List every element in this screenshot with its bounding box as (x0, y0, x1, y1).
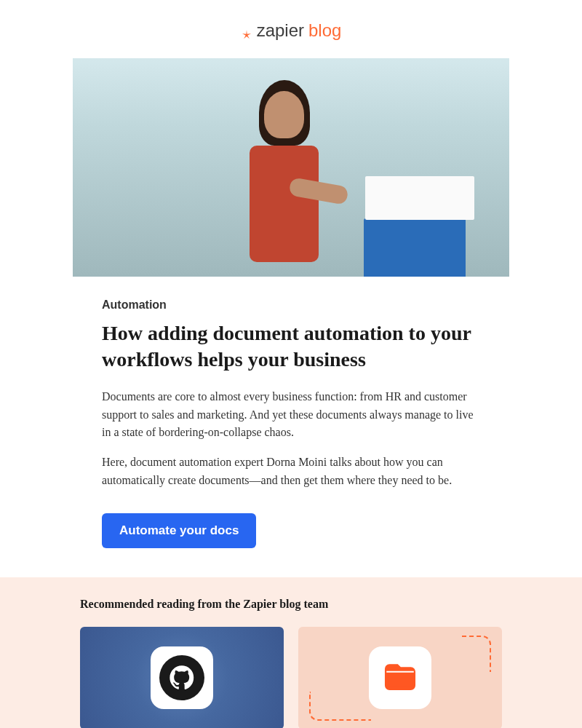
article-content: Automation How adding document automatio… (102, 277, 480, 577)
article-paragraph: Documents are core to almost every busin… (102, 388, 480, 442)
cta-button[interactable]: Automate your docs (102, 513, 256, 548)
article-paragraph: Here, document automation expert Dorna M… (102, 454, 480, 490)
folder-icon (382, 658, 418, 697)
app-badge (151, 646, 213, 709)
recommended-cards (80, 627, 502, 728)
decorative-line (462, 636, 491, 672)
recommended-title: Recommended reading from the Zapier blog… (80, 598, 502, 611)
app-badge (369, 646, 431, 709)
logo-sub-text: blog (308, 20, 341, 41)
article-category: Automation (102, 298, 480, 312)
recommended-card[interactable] (298, 627, 502, 728)
article-title[interactable]: How adding document automation to your w… (102, 320, 480, 373)
logo-brand-text: zapier (257, 20, 304, 41)
decorative-line (309, 692, 371, 721)
recommended-section: Recommended reading from the Zapier blog… (0, 577, 582, 728)
zapier-icon (241, 25, 252, 36)
logo[interactable]: zapier blog (241, 20, 342, 41)
hero-person-illustration (239, 80, 326, 277)
recommended-card[interactable] (80, 627, 284, 728)
github-icon (159, 655, 204, 700)
hero-image[interactable] (73, 58, 509, 277)
header: zapier blog (0, 0, 582, 58)
